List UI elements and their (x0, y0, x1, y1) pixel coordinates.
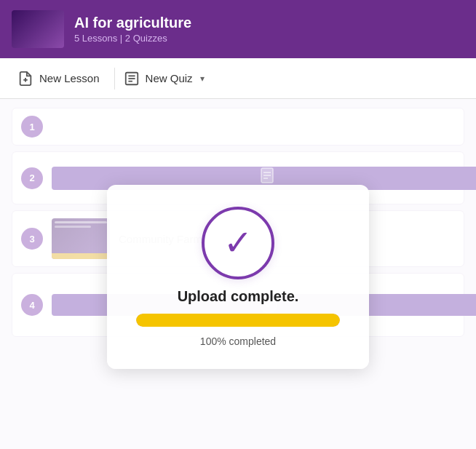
progress-bar-track (136, 314, 340, 327)
progress-bar-fill (136, 314, 340, 327)
course-subtitle: 5 Lessons | 2 Quizzes (74, 33, 191, 44)
course-header: AI for agriculture 5 Lessons | 2 Quizzes (0, 0, 476, 58)
new-quiz-icon (124, 71, 140, 87)
new-quiz-button[interactable]: New Quiz ▾ (118, 63, 216, 94)
content-area: 1 Introduction 2 AI and farm... (0, 99, 476, 449)
progress-label: 100% completed (200, 335, 276, 347)
new-lesson-label: New Lesson (39, 72, 100, 84)
new-lesson-button[interactable]: New Lesson (12, 63, 111, 94)
toolbar: New Lesson New Quiz ▾ (0, 58, 476, 99)
new-quiz-label: New Quiz (146, 72, 193, 84)
course-thumbnail (12, 10, 64, 48)
new-lesson-icon (17, 71, 33, 87)
checkmark-circle: ✓ (202, 207, 274, 279)
upload-overlay: ✓ Upload complete. 100% completed (0, 99, 476, 449)
course-info: AI for agriculture 5 Lessons | 2 Quizzes (74, 15, 191, 44)
new-quiz-chevron-icon: ▾ (200, 73, 205, 84)
checkmark-icon: ✓ (223, 226, 253, 261)
upload-title: Upload complete. (178, 288, 299, 305)
course-title: AI for agriculture (74, 15, 191, 31)
toolbar-divider (114, 68, 115, 90)
upload-card: ✓ Upload complete. 100% completed (107, 185, 369, 369)
